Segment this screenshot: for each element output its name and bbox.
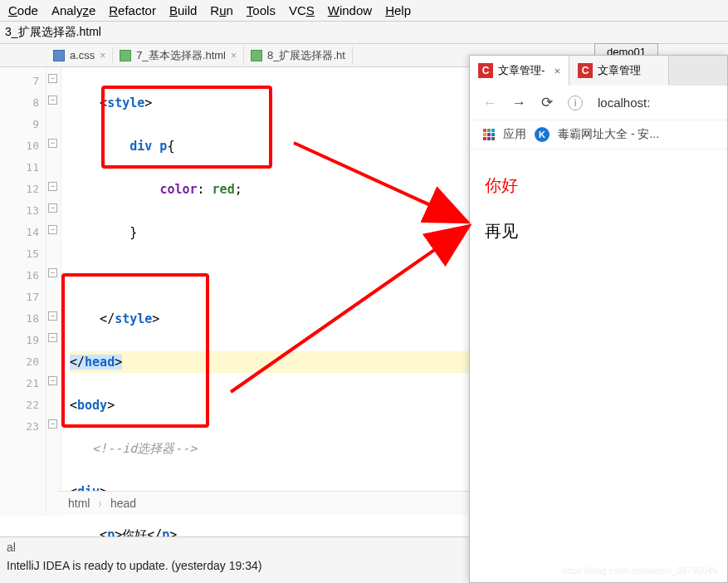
tab-label: 8_扩展选择器.ht	[267, 48, 345, 63]
close-icon[interactable]: ×	[231, 50, 237, 61]
breadcrumb-html[interactable]: html	[68, 497, 90, 510]
menu-vcs[interactable]: VCS	[289, 3, 315, 17]
menu-analyze[interactable]: Analyze	[51, 3, 95, 17]
apps-icon[interactable]	[483, 129, 495, 140]
fold-toggle-icon[interactable]: −	[48, 419, 57, 429]
line-number: 12	[0, 179, 39, 200]
browser-content: 你好 再见	[470, 149, 727, 267]
line-number: 22	[0, 394, 39, 416]
file-path-bar: 3_扩展选择器.html	[0, 22, 728, 44]
info-icon[interactable]: i	[568, 96, 583, 110]
menu-build[interactable]: Build	[169, 3, 197, 17]
forward-icon[interactable]: →	[512, 95, 526, 111]
fold-toggle-icon[interactable]: −	[48, 182, 57, 191]
back-icon[interactable]: ←	[483, 95, 497, 111]
fold-toggle-icon[interactable]: −	[48, 74, 57, 83]
site-icon: C	[578, 63, 593, 78]
fold-toggle-icon[interactable]: −	[48, 333, 57, 342]
line-number: 17	[0, 287, 39, 308]
rendered-black-text: 再见	[485, 220, 712, 243]
fold-toggle-icon[interactable]: −	[48, 268, 57, 277]
line-number: 11	[0, 157, 39, 179]
tab-title: 文章管理	[598, 63, 641, 78]
tab-basic-selector[interactable]: 7_基本选择器.html ×	[113, 47, 244, 65]
chevron-right-icon: ›	[98, 497, 102, 510]
line-number: 10	[0, 135, 39, 157]
tab-label: a.css	[70, 49, 95, 61]
line-number: 15	[0, 243, 39, 265]
line-number-gutter: 7 8 9 10 11 12 13 14 15 16 17 18 19 20 2…	[0, 67, 46, 516]
line-number: 18	[0, 308, 39, 330]
line-number: 9	[0, 114, 39, 135]
browser-nav: ← → ⟳ i localhost:	[470, 86, 727, 120]
menu-help[interactable]: Help	[385, 3, 411, 17]
apps-label[interactable]: 应用	[503, 127, 526, 142]
browser-tabs: C 文章管理- × C 文章管理	[470, 56, 727, 86]
fold-gutter: − − − − − − − − − − −	[46, 67, 61, 516]
site-icon: C	[478, 63, 493, 78]
bookmark-favicon: K	[535, 127, 550, 142]
tab-ext-selector[interactable]: 8_扩展选择器.ht	[244, 47, 353, 65]
fold-toggle-icon[interactable]: −	[48, 203, 57, 213]
close-icon[interactable]: ×	[100, 50, 105, 61]
tab-label: 7_基本选择器.html	[136, 48, 226, 63]
fold-toggle-icon[interactable]: −	[48, 311, 57, 321]
menu-window[interactable]: Window	[328, 3, 372, 17]
browser-window: C 文章管理- × C 文章管理 ← → ⟳ i localhost: 应用 K…	[469, 55, 728, 583]
rendered-red-text: 你好	[485, 174, 712, 197]
browser-tab[interactable]: C 文章管理- ×	[470, 56, 569, 86]
fold-toggle-icon[interactable]: −	[48, 96, 57, 105]
close-icon[interactable]: ×	[554, 65, 560, 77]
fold-toggle-icon[interactable]: −	[48, 225, 57, 234]
reload-icon[interactable]: ⟳	[541, 94, 553, 111]
bookmarks-bar: 应用 K 毒霸网址大全 - 安...	[470, 120, 727, 149]
html-file-icon	[251, 50, 262, 61]
watermark: https://blog.csdn.net/weixin_39795049	[562, 566, 717, 576]
menu-tools[interactable]: Tools	[247, 3, 276, 17]
line-number: 14	[0, 222, 39, 243]
menu-code[interactable]: Code	[8, 3, 38, 17]
html-file-icon	[120, 50, 131, 61]
line-number: 7	[0, 71, 39, 92]
browser-tab[interactable]: C 文章管理	[569, 56, 669, 86]
breadcrumb[interactable]: html › head	[58, 491, 473, 515]
css-file-icon	[53, 50, 65, 61]
line-number: 23	[0, 416, 39, 438]
line-number: 8	[0, 92, 39, 114]
breadcrumb-head[interactable]: head	[110, 497, 136, 510]
tab-acss[interactable]: a.css ×	[46, 47, 113, 63]
fold-toggle-icon[interactable]: −	[48, 376, 57, 385]
line-number: 16	[0, 265, 39, 287]
line-number: 21	[0, 373, 39, 394]
line-number: 13	[0, 200, 39, 222]
line-number: 20	[0, 351, 39, 373]
ide-menubar: Code Analyze Refactor Build Run Tools VC…	[0, 0, 728, 22]
fold-toggle-icon[interactable]: −	[48, 139, 57, 148]
menu-run[interactable]: Run	[210, 3, 233, 17]
line-number: 19	[0, 330, 39, 351]
tab-title: 文章管理-	[498, 63, 545, 78]
bookmark-link[interactable]: 毒霸网址大全 - 安...	[558, 127, 659, 142]
url-text[interactable]: localhost:	[598, 96, 650, 110]
menu-refactor[interactable]: Refactor	[109, 3, 156, 17]
